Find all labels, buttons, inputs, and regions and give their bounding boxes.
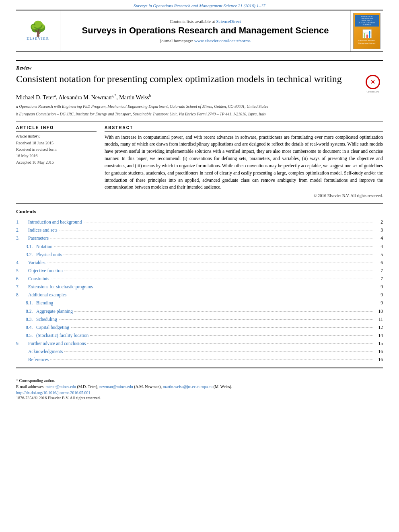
abstract-header: ABSTRACT	[105, 125, 383, 131]
elsevier-tree-icon: 🌳 ELSEVIER	[22, 19, 54, 43]
journal-title-area: Contents lists available at ScienceDirec…	[60, 10, 351, 51]
author2-name: Alexandra M. Newman	[58, 94, 111, 101]
sciencedirect-link[interactable]: ScienceDirect	[216, 19, 241, 24]
toc-dots	[68, 291, 374, 296]
main-content: Review Consistent notation for presentin…	[16, 52, 383, 404]
toc-page: 12	[375, 323, 383, 331]
toc-label: Constraints	[28, 275, 49, 283]
contents-title: Contents	[16, 208, 383, 215]
authors-line: Michael D. Tetera, Alexandra M. Newmana,…	[16, 93, 383, 101]
toc-label: Additional examples	[28, 291, 67, 299]
toc-dots	[55, 299, 373, 304]
toc-item: 8.1.Blending9	[16, 299, 383, 307]
toc-item: 3.Parameters4	[16, 234, 383, 242]
toc-num: 8.4.	[16, 323, 36, 331]
toc-num: 8.	[16, 291, 28, 299]
toc-label: References	[28, 355, 49, 364]
email1-link[interactable]: mteter@mines.edu	[45, 384, 76, 389]
journal-ref-text: Surveys in Operations Research and Manag…	[134, 3, 265, 8]
toc-dots	[90, 331, 373, 336]
toc-item: 8.5.(Stochastic) facility location14	[16, 331, 383, 339]
title-area: Consistent notation for presenting compl…	[16, 73, 359, 90]
toc-num: 8.1.	[16, 299, 36, 307]
email-line: E-mail addresses: mteter@mines.edu (M.D.…	[16, 384, 383, 389]
toc-item: 1.Introduction and background2	[16, 218, 383, 226]
email2-person: (A.M. Newman),	[134, 384, 162, 389]
section-type-label: Review	[16, 65, 383, 71]
toc-label: Physical units	[36, 251, 62, 259]
cover-top-bar: SURVEYS INOPERATIONS RESEARCH& MANAGEMEN…	[355, 15, 379, 27]
email3-person: (M. Weiss).	[214, 384, 232, 389]
page-wrapper: Surveys in Operations Research and Manag…	[0, 0, 399, 532]
toc-dots	[95, 283, 373, 288]
doi-link[interactable]: http://dx.doi.org/10.1016/j.sorms.2016.0…	[16, 390, 90, 395]
toc-label: Objective function	[28, 267, 63, 275]
elsevier-wordmark: ELSEVIER	[27, 37, 49, 41]
toc-item: 6.Constraints7	[16, 275, 383, 283]
toc-dots	[54, 242, 373, 247]
toc-page: 11	[375, 315, 383, 323]
toc-item: Acknowledgments16	[16, 347, 383, 355]
toc-page: 15	[375, 339, 383, 347]
toc-num: 8.2.	[16, 307, 36, 315]
toc-page: 9	[375, 291, 383, 299]
toc-page: 5	[375, 251, 383, 259]
author1-name: Michael D. Teter	[16, 94, 54, 101]
toc-dots	[64, 250, 373, 255]
toc-item: 8.Additional examples9	[16, 291, 383, 299]
toc-page: 6	[375, 259, 383, 267]
author3-sup: b	[149, 93, 151, 98]
toc-label: Blending	[36, 299, 53, 307]
toc-num: 3.1.	[16, 242, 36, 251]
toc-num: 9.	[16, 339, 28, 347]
toc-label: Further advice and conclusions	[28, 339, 86, 347]
article-accepted: Accepted 16 May 2016	[16, 159, 97, 166]
toc-label: Extensions for stochastic programs	[28, 283, 93, 291]
journal-homepage: journal homepage: www.elsevier.com/locat…	[160, 38, 251, 43]
toc-item: 7.Extensions for stochastic programs9	[16, 283, 383, 291]
toc-dots	[74, 307, 373, 312]
toc-num: 7.	[16, 283, 28, 291]
toc-dots	[59, 226, 373, 231]
email2-link[interactable]: newman@mines.edu	[99, 384, 133, 389]
toc-item: 3.2.Physical units5	[16, 251, 383, 259]
toc-dots	[87, 339, 373, 344]
contents-section: Contents 1.Introduction and background22…	[16, 203, 383, 368]
copyright-line: © 2016 Elsevier B.V. All rights reserved…	[105, 193, 383, 198]
email-label: E-mail addresses:	[16, 384, 45, 389]
toc-label: Indices and sets	[28, 226, 58, 234]
toc-label: Introduction and background	[28, 218, 82, 226]
article-info-header: ARTICLE INFO	[16, 125, 97, 131]
article-history-label: Article history:	[16, 134, 97, 138]
email3-link[interactable]: martin.weiss@jrc.ec.europa.eu	[163, 384, 213, 389]
toc-item: 3.1.Notation4	[16, 242, 383, 251]
footer-section: * Corresponding author. E-mail addresses…	[16, 375, 383, 400]
toc-page: 4	[375, 242, 383, 251]
toc-item: 8.4.Capital budgeting12	[16, 323, 383, 331]
abstract-text: With an increase in computational power,…	[105, 134, 383, 191]
divider-1	[16, 60, 383, 61]
elsevier-logo: 🌳 ELSEVIER	[22, 19, 54, 43]
divider-2	[16, 121, 383, 121]
journal-cover-image: SURVEYS INOPERATIONS RESEARCH& MANAGEMEN…	[353, 13, 380, 49]
corresponding-label: * Corresponding author.	[16, 378, 383, 383]
toc-num: 4.	[16, 259, 28, 267]
toc-page: 16	[375, 347, 383, 355]
toc-num: 6.	[16, 275, 28, 283]
top-journal-reference: Surveys in Operations Research and Manag…	[0, 0, 399, 10]
journal-homepage-link[interactable]: www.elsevier.com/locate/sorms	[194, 38, 251, 43]
author1-sup: a	[54, 93, 56, 98]
issn-line: 1876-7354/© 2016 Elsevier B.V. All right…	[16, 396, 383, 400]
toc-label: Acknowledgments	[28, 347, 63, 355]
affiliation-a: a Operations Research with Engineering P…	[16, 103, 383, 109]
toc-page: 10	[375, 307, 383, 315]
toc-num: 8.3.	[16, 315, 36, 323]
contents-available-text: Contents lists available at ScienceDirec…	[170, 19, 241, 24]
toc-dots	[47, 258, 373, 263]
toc-label: Notation	[36, 242, 52, 251]
toc-dots	[64, 266, 373, 271]
toc-num: 5.	[16, 267, 28, 275]
article-revised-label: Received in revised form	[16, 146, 97, 153]
title-crossmark-row: Consistent notation for presenting compl…	[16, 73, 383, 93]
affiliation-b: b European Commission – DG JRC, Institut…	[16, 111, 383, 117]
